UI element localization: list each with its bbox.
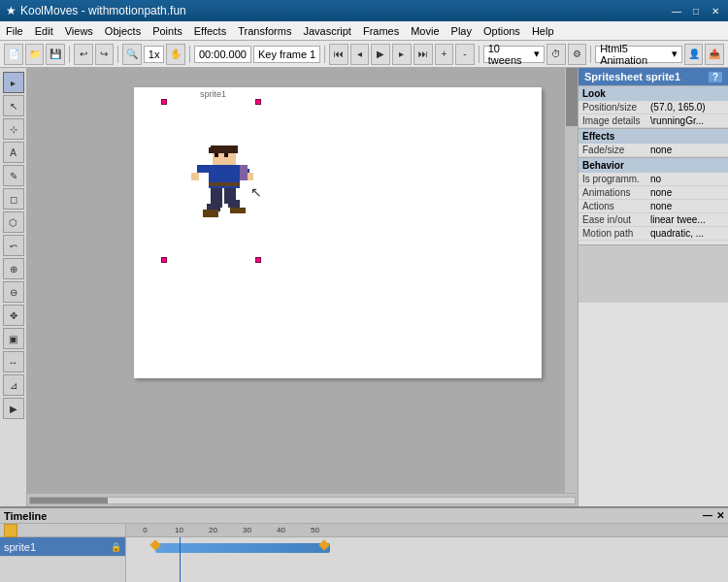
menu-item-transforms[interactable]: Transforms xyxy=(232,23,297,39)
skew-tool[interactable]: ⊿ xyxy=(3,374,24,396)
open-button[interactable]: 📁 xyxy=(25,44,45,65)
play-end-button[interactable]: ⏭ xyxy=(414,44,433,65)
menu-item-options[interactable]: Options xyxy=(478,23,526,39)
actions-row: Actions none xyxy=(579,200,728,213)
svg-rect-16 xyxy=(230,208,246,213)
move-tool[interactable]: ✥ xyxy=(3,305,24,326)
motionpath-label: Motion path xyxy=(582,228,650,239)
add-frame-button[interactable]: + xyxy=(435,44,454,65)
redo-button[interactable]: ↪ xyxy=(95,44,115,65)
menu-item-javascript[interactable]: Javascript xyxy=(297,23,357,39)
keyframe-label: Key frame 1 xyxy=(253,46,320,63)
timeline-sprite1-label[interactable]: sprite1 🔒 xyxy=(0,537,125,557)
right-panel: Spritesheet sprite1 ? Look Position/size… xyxy=(578,68,728,506)
del-frame-button[interactable]: - xyxy=(455,44,475,65)
position-label: Position/size xyxy=(582,102,650,113)
timeline-minimize[interactable]: — xyxy=(703,510,712,521)
minimize-button[interactable]: — xyxy=(670,4,683,17)
paint-tool[interactable]: ▣ xyxy=(3,328,24,349)
undo-button[interactable]: ↩ xyxy=(74,44,93,65)
timeline-close[interactable]: ✕ xyxy=(716,510,724,521)
zoom-out-tool[interactable]: ⊖ xyxy=(3,281,24,303)
maximize-button[interactable]: □ xyxy=(689,4,703,17)
separator5 xyxy=(479,46,480,63)
app-icon: ★ xyxy=(6,4,17,17)
effects-section-header: Effects xyxy=(579,128,728,144)
prev-frame-button[interactable]: ◂ xyxy=(350,44,370,65)
timeline: Timeline — ✕ sprite1 🔒 0 10 20 xyxy=(0,506,728,582)
sprite-character[interactable]: ↖ xyxy=(178,146,275,262)
vscroll-thumb[interactable] xyxy=(566,68,578,126)
window-controls: — □ ✕ xyxy=(670,4,722,17)
save-button[interactable]: 💾 xyxy=(46,44,65,65)
tween-bar[interactable] xyxy=(155,543,330,553)
actions-value: none xyxy=(650,201,724,211)
motionpath-value: quadratic, ... xyxy=(650,228,724,239)
toolbar: 📄 📁 💾 ↩ ↪ 🔍 1x ✋ 00:00.000 Key frame 1 ⏮… xyxy=(0,41,728,68)
hscroll-thumb[interactable] xyxy=(30,498,108,503)
menu-item-points[interactable]: Points xyxy=(147,23,188,39)
menu-item-edit[interactable]: Edit xyxy=(29,23,59,39)
menubar: FileEditViewsObjectsPointsEffectsTransfo… xyxy=(0,21,728,41)
help-button[interactable]: ? xyxy=(709,72,722,82)
export-button[interactable]: 📤 xyxy=(705,44,724,65)
timeline-layer-icon xyxy=(4,524,17,537)
position-value: (57.0, 165.0) xyxy=(650,102,724,113)
image-details-row: Image details \runningGr... xyxy=(579,114,728,128)
isprog-value: no xyxy=(650,174,724,184)
fade-value: none xyxy=(650,145,724,155)
svg-rect-13 xyxy=(203,210,218,217)
zoom-level: 1x xyxy=(144,46,165,63)
timeline-sprite1-lock[interactable]: 🔒 xyxy=(111,542,121,552)
menu-item-views[interactable]: Views xyxy=(59,23,99,39)
poly-tool[interactable]: ⬡ xyxy=(3,211,24,233)
hand-button[interactable]: ✋ xyxy=(166,44,185,65)
svg-rect-8 xyxy=(191,173,199,180)
sprite-svg xyxy=(178,146,255,252)
play-preview-tool[interactable]: ▶ xyxy=(3,398,24,419)
select-tool[interactable]: ▸ xyxy=(3,72,24,93)
isprog-label: Is programm. xyxy=(582,174,650,184)
menu-item-frames[interactable]: Frames xyxy=(357,23,405,39)
play-button[interactable]: ▶ xyxy=(371,44,390,65)
user-button[interactable]: 👤 xyxy=(684,44,704,65)
svg-rect-2 xyxy=(209,147,213,153)
menu-item-file[interactable]: File xyxy=(0,23,29,39)
canvas-area: sprite1 xyxy=(27,68,578,506)
pen-tool[interactable]: ✎ xyxy=(3,165,24,186)
keyframe-time: 00:00.000 xyxy=(194,46,251,63)
rect-tool[interactable]: ◻ xyxy=(3,188,24,210)
settings-button[interactable]: ⚙ xyxy=(568,44,587,65)
transform-tool[interactable]: ⊹ xyxy=(3,118,24,140)
behavior-section-header: Behavior xyxy=(579,157,728,173)
clock-button[interactable]: ⏱ xyxy=(546,44,566,65)
menu-item-objects[interactable]: Objects xyxy=(99,23,147,39)
left-toolbar: ▸ ↖ ⊹ A ✎ ◻ ⬡ ⤺ ⊕ ⊖ ✥ ▣ ↔ ⊿ ▶ xyxy=(0,68,27,506)
tweens-dropdown[interactable]: 10 tweens ▾ xyxy=(483,46,545,63)
svg-rect-1 xyxy=(211,146,238,153)
timeline-frames[interactable] xyxy=(126,537,728,582)
zoom-button[interactable]: 🔍 xyxy=(122,44,142,65)
curve-tool[interactable]: ⤺ xyxy=(3,235,24,256)
ruler-marks: 0 10 20 30 40 50 xyxy=(128,526,728,534)
animations-value: none xyxy=(650,187,724,198)
menu-item-play[interactable]: Play xyxy=(446,23,478,39)
menu-item-movie[interactable]: Movie xyxy=(405,23,445,39)
arrow-tool[interactable]: ↖ xyxy=(3,95,24,116)
new-button[interactable]: 📄 xyxy=(4,44,23,65)
play-start-button[interactable]: ⏮ xyxy=(329,44,348,65)
selection-handle-bl xyxy=(161,257,167,263)
fade-label: Fade/size xyxy=(582,145,650,155)
flip-tool[interactable]: ↔ xyxy=(3,351,24,372)
hscroll-track[interactable] xyxy=(29,497,576,504)
menu-item-help[interactable]: Help xyxy=(526,23,560,39)
playhead[interactable] xyxy=(180,537,181,582)
close-button[interactable]: ✕ xyxy=(709,4,722,17)
menu-item-effects[interactable]: Effects xyxy=(188,23,232,39)
separator6 xyxy=(590,46,591,63)
next-frame-button[interactable]: ▸ xyxy=(392,44,412,65)
zoom-in-tool[interactable]: ⊕ xyxy=(3,258,24,279)
text-tool[interactable]: A xyxy=(3,142,24,163)
timeline-labels: sprite1 🔒 xyxy=(0,524,126,582)
animation-type-dropdown[interactable]: Html5 Animation ▾ xyxy=(595,46,682,63)
